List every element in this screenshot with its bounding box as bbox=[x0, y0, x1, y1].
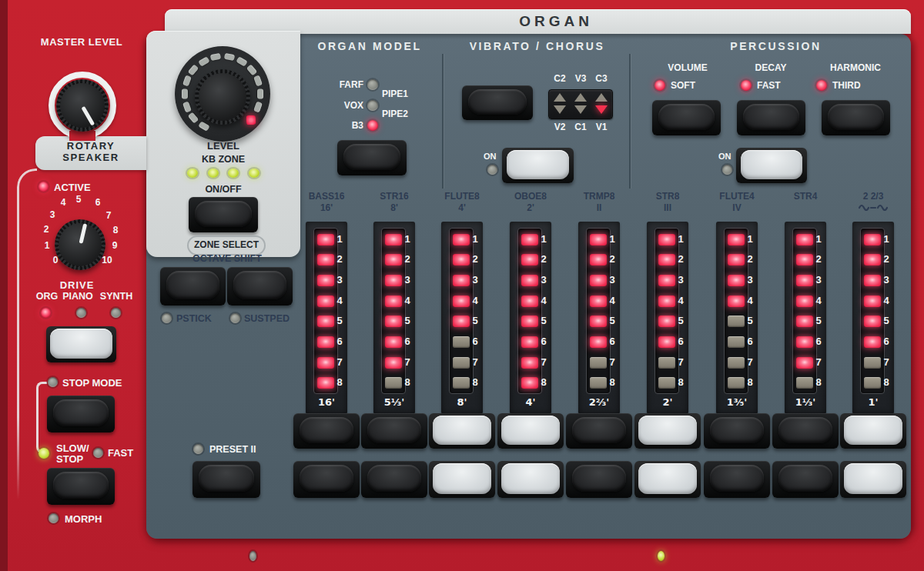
drawbar-name-5: TRMP8 bbox=[564, 192, 634, 202]
drawbar-down-button-5[interactable] bbox=[566, 461, 632, 498]
drawbar-led bbox=[317, 275, 334, 286]
vibrato-indicator-up bbox=[554, 93, 566, 102]
drawbar-led-number: 3 bbox=[744, 275, 756, 286]
drawbar-led bbox=[864, 336, 881, 348]
drawbar-led-number: 6 bbox=[744, 336, 756, 347]
drawbar-up-button-1[interactable] bbox=[293, 413, 360, 449]
drawbar-led-number: 2 bbox=[880, 254, 892, 265]
drawbar-led-bar bbox=[792, 228, 817, 394]
vibrato-indicator-up bbox=[595, 93, 608, 102]
drive-scale-7: 7 bbox=[99, 211, 119, 221]
drawbar-led bbox=[728, 336, 745, 348]
drawbar-name-1: BASS16 bbox=[291, 192, 362, 202]
percussion-harmonic-button[interactable] bbox=[822, 100, 890, 135]
level-ring-segment bbox=[188, 64, 199, 75]
drawbar-led-number: 7 bbox=[401, 357, 413, 368]
drawbar-led-number: 3 bbox=[812, 275, 825, 286]
drawbar-led bbox=[453, 234, 470, 245]
drawbar-down-button-1[interactable] bbox=[293, 461, 360, 498]
drawbar-down-button-9[interactable] bbox=[840, 461, 906, 498]
drawbar-led-number: 4 bbox=[537, 296, 550, 306]
drawbar-led-bar bbox=[449, 228, 474, 394]
drawbar-led-number: 4 bbox=[675, 296, 687, 306]
button-cap bbox=[433, 463, 491, 494]
drawbar-down-button-7[interactable] bbox=[704, 461, 770, 498]
drawbar-led-number: 8 bbox=[744, 377, 756, 388]
drawbar-led-number: 3 bbox=[880, 275, 892, 286]
drawbar-up-button-5[interactable] bbox=[566, 413, 632, 449]
drawbar-sub-7: IV bbox=[701, 203, 772, 213]
drawbar-led bbox=[658, 296, 675, 307]
drawbar-name-3: FLUTE8 bbox=[427, 192, 497, 202]
drawbar-led bbox=[658, 234, 675, 245]
drawbar-up-button-4[interactable] bbox=[497, 413, 564, 449]
nord-organ-panel: ORGAN MASTER LEVEL ROTARY SPEAKER ACTIVE… bbox=[0, 0, 924, 571]
vibrato-indicator-down bbox=[554, 105, 566, 114]
drawbar-up-button-8[interactable] bbox=[772, 413, 839, 449]
drawbar-up-button-3[interactable] bbox=[429, 413, 495, 449]
drawbar-down-button-8[interactable] bbox=[772, 461, 839, 498]
drive-scale-8: 8 bbox=[105, 225, 126, 235]
drawbar-led-number: 2 bbox=[469, 254, 481, 265]
drawbar-led bbox=[590, 296, 607, 307]
drawbar-led-number: 4 bbox=[333, 296, 346, 306]
drawbar-down-button-4[interactable] bbox=[497, 461, 564, 498]
drawbar-led bbox=[864, 296, 881, 307]
drawbar-led-number: 1 bbox=[333, 234, 346, 245]
button-cap bbox=[367, 465, 422, 493]
drawbar-up-button-7[interactable] bbox=[704, 413, 770, 449]
sine-dash-sine-icon bbox=[859, 202, 888, 213]
drawbar-led bbox=[521, 316, 538, 327]
drawbar-name-6: STR8 bbox=[632, 192, 703, 202]
drawbar-led bbox=[317, 316, 334, 327]
drawbar-led bbox=[521, 336, 538, 348]
percussion-decay-button[interactable] bbox=[737, 100, 805, 135]
generated-content: 012345678910ORGPIANOSYNTHC2V3C3V2C1V1VOL… bbox=[0, 0, 924, 571]
drawbar-led-number: 5 bbox=[744, 316, 756, 326]
drawbar-led-number: 8 bbox=[812, 377, 825, 388]
drawbar-led-bar bbox=[654, 228, 679, 394]
button-cap bbox=[572, 417, 627, 443]
source-label-piano: PIANO bbox=[59, 292, 97, 302]
vibrato-pos-label-v3: V3 bbox=[569, 74, 592, 84]
drawbar-led-number: 6 bbox=[812, 336, 825, 347]
drawbar-up-button-2[interactable] bbox=[361, 413, 427, 449]
drawbar-footage: 2⅔' bbox=[578, 397, 620, 408]
drawbar-down-button-6[interactable] bbox=[634, 461, 701, 498]
vibrato-pos-label-v1: V1 bbox=[590, 122, 613, 132]
drawbar-name-2: STR16 bbox=[359, 192, 430, 202]
drawbar-name-4: OBOE8 bbox=[495, 192, 566, 202]
level-ring-segment bbox=[223, 53, 234, 61]
button-cap bbox=[778, 465, 833, 493]
drawbar-led bbox=[590, 275, 607, 286]
drawbar-led bbox=[658, 336, 675, 348]
drawbar-led bbox=[590, 254, 607, 265]
drawbar-led bbox=[521, 296, 538, 307]
drawbar-led bbox=[796, 357, 813, 369]
drawbar-down-button-3[interactable] bbox=[429, 461, 495, 498]
level-ring-red-marker bbox=[246, 115, 255, 125]
drive-scale-2: 2 bbox=[36, 225, 56, 235]
kb-zone-led-2 bbox=[208, 169, 219, 178]
drawbar-up-button-6[interactable] bbox=[634, 413, 701, 449]
drawbar-footage: 4' bbox=[510, 397, 551, 408]
source-led-org bbox=[41, 308, 51, 318]
drawbar-led-bar bbox=[860, 228, 885, 394]
drawbar-led bbox=[385, 377, 402, 389]
drawbar-led-number: 5 bbox=[401, 316, 413, 326]
drawbar-column-1: 1234567816' bbox=[306, 222, 347, 414]
drawbar-led bbox=[453, 357, 470, 369]
drawbar-led-number: 5 bbox=[469, 316, 481, 326]
level-ring-segment bbox=[188, 112, 199, 124]
drawbar-up-button-9[interactable] bbox=[840, 413, 906, 449]
drawbar-column-8: 123456781⅓' bbox=[785, 222, 826, 414]
drawbar-led-number: 1 bbox=[812, 234, 825, 245]
drawbar-down-button-2[interactable] bbox=[361, 461, 427, 498]
drawbar-led-bar bbox=[724, 228, 748, 394]
drawbar-led-number: 8 bbox=[401, 377, 413, 388]
drawbar-led-number: 1 bbox=[537, 234, 550, 245]
button-cap bbox=[433, 416, 491, 445]
drawbar-footage: 16' bbox=[306, 397, 347, 408]
percussion-volume-button[interactable] bbox=[652, 100, 721, 135]
level-ring-segment bbox=[182, 75, 192, 87]
